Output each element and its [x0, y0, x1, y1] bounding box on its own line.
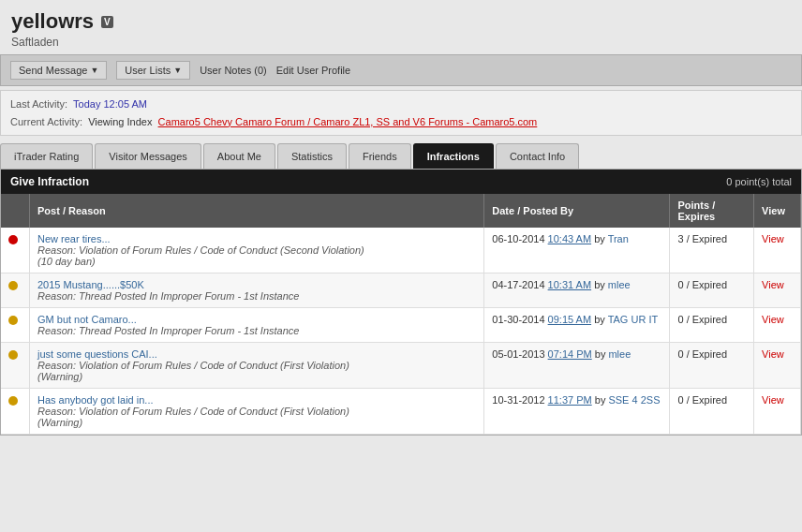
last-activity-time: Today 12:05 AM — [73, 98, 147, 110]
by-text: by — [591, 279, 608, 290]
date-cell: 01-30-2014 09:15 AM by TAG UR IT — [484, 308, 670, 343]
by-text: by — [591, 314, 608, 325]
date-text: 05-01-2013 — [492, 348, 547, 360]
reason-text: Reason: Violation of Forum Rules / Code … — [37, 406, 349, 417]
poster-link[interactable]: Tran — [608, 233, 629, 244]
edit-profile-link[interactable]: Edit User Profile — [276, 65, 350, 76]
points-expires-cell: 3 / Expired — [670, 228, 754, 273]
extra-text: (Warning) — [37, 417, 82, 428]
reason-text: Reason: Violation of Forum Rules / Code … — [37, 360, 349, 371]
by-text: by — [591, 233, 608, 244]
post-title-link[interactable]: Has anybody got laid in... — [37, 394, 154, 406]
infraction-icon-cell — [1, 228, 30, 273]
post-reason-cell: GM but not Camaro...Reason: Thread Poste… — [30, 308, 484, 343]
table-row: New rear tires...Reason: Violation of Fo… — [1, 228, 801, 273]
yellow-infraction-icon — [8, 281, 18, 290]
post-title-link[interactable]: GM but not Camaro... — [37, 314, 137, 325]
view-cell: View — [754, 308, 801, 343]
view-link[interactable]: View — [762, 279, 784, 290]
date-cell: 10-31-2012 11:37 PM by SSE 4 2SS — [484, 389, 670, 435]
view-link[interactable]: View — [762, 314, 784, 325]
yellow-infraction-icon — [8, 396, 18, 406]
extra-text: (Warning) — [37, 371, 82, 382]
vb-icon: V — [101, 16, 113, 28]
table-row: GM but not Camaro...Reason: Thread Poste… — [1, 308, 801, 343]
tab-visitor-messages[interactable]: Visitor Messages — [95, 143, 201, 169]
points-expires-cell: 0 / Expired — [670, 389, 754, 435]
date-cell: 04-17-2014 10:31 AM by mlee — [484, 273, 670, 308]
time-link[interactable]: 07:14 PM — [548, 348, 592, 360]
poster-link[interactable]: mlee — [608, 348, 631, 360]
extra-text: (10 day ban) — [37, 256, 96, 267]
main-content: Give Infraction 0 point(s) total Post / … — [0, 169, 802, 436]
points-expires-cell: 0 / Expired — [670, 308, 754, 343]
infraction-icon-cell — [1, 273, 30, 308]
points-expires-cell: 0 / Expired — [670, 273, 754, 308]
time-link[interactable]: 10:31 AM — [548, 279, 591, 290]
view-link[interactable]: View — [762, 233, 784, 244]
poster-link[interactable]: SSE 4 2SS — [608, 394, 660, 406]
post-reason-cell: just some questions CAI...Reason: Violat… — [30, 343, 484, 389]
forum-link[interactable]: Camaro5 Chevy Camaro Forum / Camaro ZL1,… — [158, 116, 538, 127]
date-text: 01-30-2014 — [492, 314, 547, 325]
post-reason-cell: New rear tires...Reason: Violation of Fo… — [30, 228, 484, 273]
infractions-table: Post / Reason Date / Posted By Points / … — [1, 194, 801, 435]
col-date-header: Date / Posted By — [484, 194, 670, 228]
tab-itrader[interactable]: iTrader Rating — [0, 143, 93, 169]
user-notes-link[interactable]: User Notes (0) — [200, 65, 267, 76]
tabs-container: iTrader Rating Visitor Messages About Me… — [0, 143, 802, 169]
tab-statistics[interactable]: Statistics — [277, 143, 347, 169]
time-link[interactable]: 11:37 PM — [548, 394, 592, 406]
poster-link[interactable]: TAG UR IT — [608, 314, 659, 325]
col-post-header: Post / Reason — [30, 194, 484, 228]
date-cell: 06-10-2014 10:43 AM by Tran — [484, 228, 670, 273]
user-lists-dropdown-arrow: ▼ — [173, 66, 182, 75]
send-message-dropdown-arrow: ▼ — [90, 66, 98, 75]
current-activity-text: Viewing Index — [88, 116, 152, 127]
tab-infractions[interactable]: Infractions — [413, 143, 494, 169]
time-link[interactable]: 10:43 AM — [548, 233, 591, 244]
tab-friends[interactable]: Friends — [349, 143, 411, 169]
points-total: 0 point(s) total — [726, 176, 792, 187]
user-lists-label: User Lists — [125, 65, 171, 76]
date-text: 06-10-2014 — [492, 233, 547, 244]
activity-bar: Last Activity: Today 12:05 AM Current Ac… — [0, 90, 802, 136]
infractions-tbody: New rear tires...Reason: Violation of Fo… — [1, 228, 801, 435]
tab-contact[interactable]: Contact Info — [496, 143, 579, 169]
yellow-infraction-icon — [8, 350, 18, 360]
view-link[interactable]: View — [762, 394, 784, 406]
poster-link[interactable]: mlee — [608, 279, 631, 290]
reason-text: Reason: Thread Posted In Improper Forum … — [37, 325, 299, 336]
post-title-link[interactable]: New rear tires... — [37, 233, 111, 244]
reason-text: Reason: Thread Posted In Improper Forum … — [37, 290, 299, 302]
by-text: by — [592, 348, 609, 360]
give-infraction-bar: Give Infraction 0 point(s) total — [1, 170, 801, 194]
col-points-header: Points / Expires — [670, 194, 754, 228]
view-cell: View — [754, 389, 801, 435]
table-row: 2015 Mustang......$50KReason: Thread Pos… — [1, 273, 801, 308]
user-subtitle: Saftladen — [11, 36, 791, 49]
post-title-link[interactable]: 2015 Mustang......$50K — [37, 279, 144, 290]
post-title-link[interactable]: just some questions CAI... — [37, 348, 157, 360]
give-infraction-link[interactable]: Give Infraction — [10, 175, 89, 188]
table-row: just some questions CAI...Reason: Violat… — [1, 343, 801, 389]
send-message-label: Send Message — [19, 65, 87, 76]
last-activity-label: Last Activity: — [10, 98, 67, 110]
red-infraction-icon — [8, 235, 18, 244]
yellow-infraction-icon — [8, 316, 18, 325]
infraction-icon-cell — [1, 308, 30, 343]
user-lists-button[interactable]: User Lists ▼ — [116, 61, 190, 80]
tab-about[interactable]: About Me — [203, 143, 275, 169]
view-link[interactable]: View — [762, 348, 784, 360]
view-cell: View — [754, 228, 801, 273]
date-text: 04-17-2014 — [492, 279, 547, 290]
points-expires-cell: 0 / Expired — [670, 343, 754, 389]
page-username: yellowrs — [11, 9, 94, 34]
toolbar: Send Message ▼ User Lists ▼ User Notes (… — [0, 54, 802, 86]
table-row: Has anybody got laid in...Reason: Violat… — [1, 389, 801, 435]
date-cell: 05-01-2013 07:14 PM by mlee — [484, 343, 670, 389]
view-cell: View — [754, 343, 801, 389]
send-message-button[interactable]: Send Message ▼ — [10, 61, 107, 80]
time-link[interactable]: 09:15 AM — [548, 314, 591, 325]
post-reason-cell: 2015 Mustang......$50KReason: Thread Pos… — [30, 273, 484, 308]
